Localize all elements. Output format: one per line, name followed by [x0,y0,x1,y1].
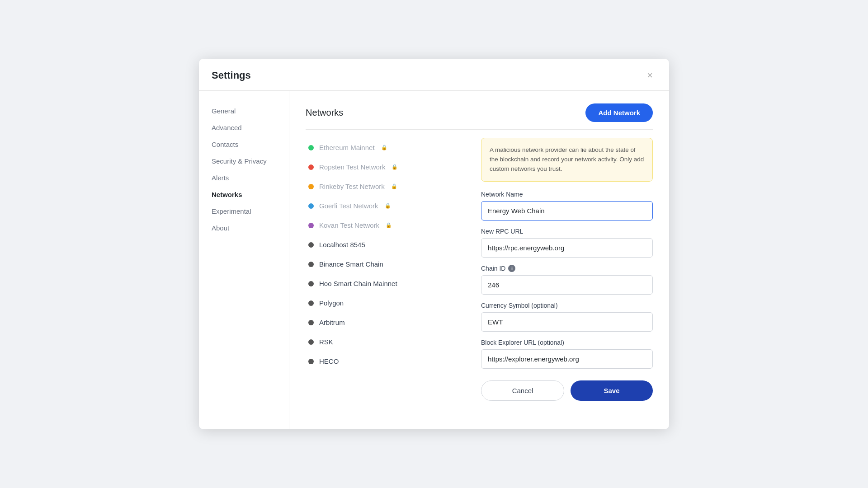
sidebar-item-security[interactable]: Security & Privacy [212,154,289,169]
network-dot-ethereum [308,145,314,150]
network-label-ropsten: Ropsten Test Network [319,163,385,171]
network-dot-binance [308,262,314,267]
explorer-input[interactable] [481,349,653,369]
network-item-ropsten[interactable]: Ropsten Test Network🔒 [306,157,467,177]
lock-icon-ethereum: 🔒 [381,145,387,150]
network-name-label: Network Name [481,191,653,198]
network-label-binance: Binance Smart Chain [319,260,383,268]
lock-icon-rinkeby: 🔒 [391,183,397,189]
lock-icon-kovan: 🔒 [386,222,392,228]
modal-header: Settings × [199,59,669,91]
warning-box: A malicious network provider can lie abo… [481,138,653,182]
rpc-url-group: New RPC URL [481,228,653,258]
currency-label: Currency Symbol (optional) [481,302,653,309]
network-item-arbitrum[interactable]: Arbitrum [306,313,467,332]
modal-body: GeneralAdvancedContactsSecurity & Privac… [199,91,669,429]
network-label-localhost: Localhost 8545 [319,241,365,249]
main-content: Networks Add Network Ethereum Mainnet🔒Ro… [289,91,669,429]
network-item-goerli[interactable]: Goerli Test Network🔒 [306,196,467,216]
network-dot-heco [308,359,314,364]
network-item-localhost[interactable]: Localhost 8545 [306,235,467,254]
network-dot-rsk [308,339,314,345]
network-dot-polygon [308,300,314,306]
network-label-goerli: Goerli Test Network [319,202,378,210]
add-network-button[interactable]: Add Network [585,103,653,122]
sidebar-item-about[interactable]: About [212,221,289,235]
network-label-hoo: Hoo Smart Chain Mainnet [319,280,397,287]
network-item-rsk[interactable]: RSK [306,332,467,352]
chain-id-info-icon[interactable]: i [508,265,515,272]
network-name-group: Network Name [481,191,653,221]
lock-icon-ropsten: 🔒 [392,164,398,170]
explorer-group: Block Explorer URL (optional) [481,339,653,369]
network-list: Ethereum Mainnet🔒Ropsten Test Network🔒Ri… [306,138,467,401]
network-label-ethereum: Ethereum Mainnet [319,144,375,151]
network-label-rinkeby: Rinkeby Test Network [319,183,385,190]
network-label-arbitrum: Arbitrum [319,319,345,326]
cancel-button[interactable]: Cancel [481,380,564,401]
network-label-polygon: Polygon [319,299,344,307]
chain-id-group: Chain ID i [481,265,653,295]
sidebar-item-contacts[interactable]: Contacts [212,137,289,152]
network-item-kovan[interactable]: Kovan Test Network🔒 [306,216,467,235]
network-dot-ropsten [308,164,314,170]
network-name-input[interactable] [481,201,653,221]
lock-icon-goerli: 🔒 [385,203,391,209]
network-dot-rinkeby [308,184,314,189]
modal-title: Settings [212,70,251,81]
sidebar-item-networks[interactable]: Networks [212,187,289,202]
currency-input[interactable] [481,312,653,332]
network-item-heco[interactable]: HECO [306,352,467,371]
networks-title: Networks [306,108,343,118]
sidebar-item-alerts[interactable]: Alerts [212,170,289,185]
rpc-url-input[interactable] [481,238,653,258]
form-panel: A malicious network provider can lie abo… [481,138,653,401]
sidebar-item-experimental[interactable]: Experimental [212,204,289,219]
content-body: Ethereum Mainnet🔒Ropsten Test Network🔒Ri… [306,138,653,401]
network-item-polygon[interactable]: Polygon [306,293,467,313]
chain-id-input[interactable] [481,275,653,295]
currency-group: Currency Symbol (optional) [481,302,653,332]
network-dot-arbitrum [308,320,314,325]
close-button[interactable]: × [643,69,656,82]
form-actions: Cancel Save [481,380,653,401]
chain-id-label: Chain ID i [481,265,653,272]
network-label-kovan: Kovan Test Network [319,221,379,229]
network-item-rinkeby[interactable]: Rinkeby Test Network🔒 [306,177,467,196]
sidebar-item-advanced[interactable]: Advanced [212,120,289,135]
network-dot-localhost [308,242,314,248]
rpc-url-label: New RPC URL [481,228,653,235]
network-item-hoo[interactable]: Hoo Smart Chain Mainnet [306,274,467,293]
network-dot-goerli [308,203,314,209]
sidebar: GeneralAdvancedContactsSecurity & Privac… [199,91,289,429]
save-button[interactable]: Save [571,380,653,401]
network-dot-kovan [308,223,314,228]
network-dot-hoo [308,281,314,286]
network-label-rsk: RSK [319,338,333,346]
settings-modal: Settings × GeneralAdvancedContactsSecuri… [199,59,669,429]
network-item-ethereum[interactable]: Ethereum Mainnet🔒 [306,138,467,157]
network-label-heco: HECO [319,357,339,365]
sidebar-item-general[interactable]: General [212,103,289,118]
content-header: Networks Add Network [306,103,653,130]
explorer-label: Block Explorer URL (optional) [481,339,653,346]
network-item-binance[interactable]: Binance Smart Chain [306,254,467,274]
